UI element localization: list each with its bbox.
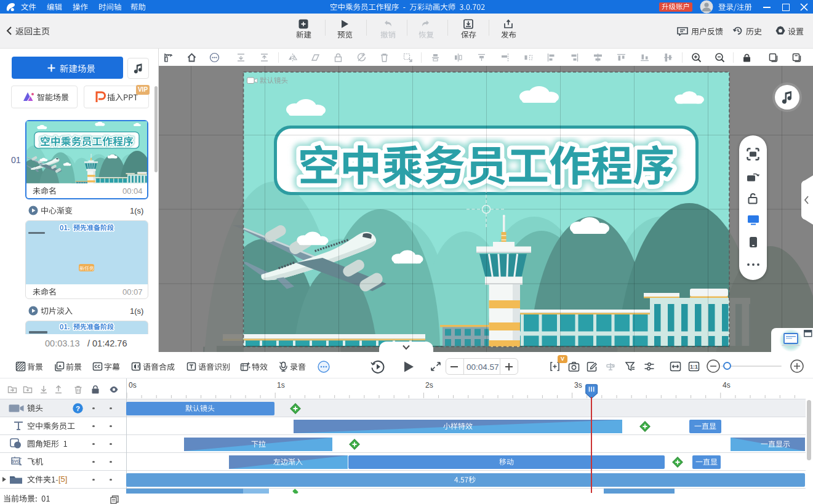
svg-text:?: ? xyxy=(76,405,80,412)
svg-text:1:1: 1:1 xyxy=(690,364,698,370)
svg-text:SVG: SVG xyxy=(12,459,20,463)
